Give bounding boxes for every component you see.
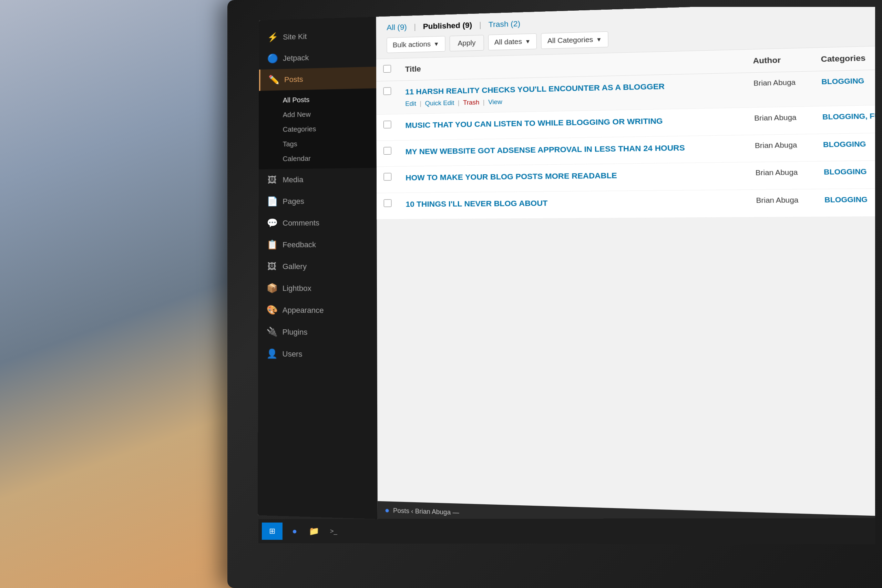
sidebar-item-lightbox-label: Lightbox bbox=[282, 284, 312, 293]
submenu-tags[interactable]: Tags bbox=[259, 135, 376, 152]
feedback-icon: 📋 bbox=[267, 239, 277, 250]
screen-content: ⚡ Site Kit 🔵 Jetpack ✏️ Posts bbox=[258, 7, 875, 536]
media-icon: 🖼 bbox=[267, 175, 278, 185]
row1-view[interactable]: View bbox=[488, 98, 502, 106]
sidebar-item-sitekit[interactable]: ⚡ Site Kit bbox=[259, 24, 376, 49]
posts-table: Title Author Categories bbox=[376, 45, 875, 219]
lightbox-icon: 📦 bbox=[267, 283, 277, 294]
add-new-label: Add New bbox=[283, 111, 311, 118]
sidebar-item-jetpack-label: Jetpack bbox=[283, 53, 309, 63]
row2-checkbox-cell bbox=[376, 114, 399, 141]
posts-submenu: All Posts Add New Categories Tags bbox=[259, 88, 376, 169]
submenu-all-posts[interactable]: All Posts bbox=[259, 91, 376, 108]
row3-categories[interactable]: BLOGGING bbox=[815, 132, 875, 161]
sidebar-item-jetpack[interactable]: 🔵 Jetpack bbox=[259, 45, 376, 70]
tags-label: Tags bbox=[283, 140, 297, 148]
sidebar-item-appearance[interactable]: 🎨 Appearance bbox=[258, 299, 377, 322]
taskbar-chrome[interactable]: ● bbox=[286, 522, 303, 540]
all-dates-label: All dates bbox=[494, 38, 522, 46]
sidebar-item-feedback[interactable]: 📋 Feedback bbox=[258, 234, 377, 256]
row1-checkbox[interactable] bbox=[384, 87, 392, 95]
row4-title[interactable]: HOW TO MAKE YOUR BLOG POSTS MORE READABL… bbox=[405, 169, 740, 184]
all-posts-label: All Posts bbox=[283, 96, 310, 104]
row5-title-cell: 10 THINGS I'LL NEVER BLOG ABOUT bbox=[399, 190, 748, 219]
submenu-calendar[interactable]: Calendar bbox=[259, 150, 376, 166]
filter-all[interactable]: All (9) bbox=[387, 23, 407, 32]
row4-title-cell: HOW TO MAKE YOUR BLOG POSTS MORE READABL… bbox=[398, 162, 748, 193]
row3-author: Brian Abuga bbox=[747, 134, 816, 162]
separator1: | bbox=[414, 22, 416, 32]
apply-button[interactable]: Apply bbox=[450, 35, 484, 51]
separator2: | bbox=[479, 20, 481, 29]
sep: | bbox=[458, 99, 460, 106]
row5-categories[interactable]: BLOGGING bbox=[816, 188, 875, 217]
row5-title[interactable]: 10 THINGS I'LL NEVER BLOG ABOUT bbox=[405, 196, 741, 210]
sidebar-item-media-label: Media bbox=[282, 175, 303, 184]
browser-tab-title: Posts ‹ Brian Abuga — bbox=[393, 507, 459, 516]
posts-icon: ✏️ bbox=[268, 74, 279, 85]
all-categories-dropdown[interactable]: All Categories ▼ bbox=[541, 32, 609, 49]
sidebar-item-gallery[interactable]: 🖼 Gallery bbox=[258, 256, 377, 278]
row5-author: Brian Abuga bbox=[748, 189, 817, 218]
filter-trash[interactable]: Trash (2) bbox=[489, 19, 520, 29]
plugins-icon: 🔌 bbox=[266, 327, 277, 338]
header-categories: Categories bbox=[813, 45, 875, 71]
sidebar-top: ⚡ Site Kit 🔵 Jetpack ✏️ Posts bbox=[258, 17, 377, 373]
row2-categories[interactable]: BLOGGING, FUN bbox=[814, 104, 875, 134]
sidebar-item-posts[interactable]: ✏️ Posts bbox=[259, 67, 376, 91]
sidebar-item-posts-label: Posts bbox=[284, 75, 303, 84]
row4-author: Brian Abuga bbox=[748, 162, 816, 190]
files-icon: 📁 bbox=[309, 526, 319, 536]
sidebar-item-media[interactable]: 🖼 Media bbox=[259, 168, 377, 191]
dropdown-arrow-icon: ▼ bbox=[434, 40, 439, 47]
row3-title[interactable]: MY NEW WEBSITE GOT ADSENSE APPROVAL IN L… bbox=[405, 142, 740, 157]
sidebar-item-lightbox[interactable]: 📦 Lightbox bbox=[258, 277, 377, 300]
taskbar-files[interactable]: 📁 bbox=[305, 522, 323, 540]
submenu-categories[interactable]: Categories bbox=[259, 120, 376, 138]
filter-published[interactable]: Published (9) bbox=[423, 21, 472, 31]
gallery-icon: 🖼 bbox=[267, 261, 277, 272]
row4-checkbox[interactable] bbox=[384, 173, 392, 180]
row1-trash[interactable]: Trash bbox=[463, 99, 479, 106]
sidebar-item-plugins[interactable]: 🔌 Plugins bbox=[258, 321, 377, 344]
sidebar-item-users-label: Users bbox=[282, 349, 302, 358]
row5-checkbox[interactable] bbox=[384, 200, 392, 207]
categories-arrow-icon: ▼ bbox=[596, 36, 602, 43]
start-icon: ⊞ bbox=[269, 526, 275, 536]
sidebar-item-pages[interactable]: 📄 Pages bbox=[258, 190, 376, 213]
row4-checkbox-cell bbox=[376, 166, 399, 193]
monitor-frame: ⚡ Site Kit 🔵 Jetpack ✏️ Posts bbox=[227, 0, 882, 588]
submenu-add-new[interactable]: Add New bbox=[259, 106, 376, 123]
all-categories-label: All Categories bbox=[548, 36, 593, 45]
wp-sidebar: ⚡ Site Kit 🔵 Jetpack ✏️ Posts bbox=[258, 17, 378, 519]
row2-checkbox[interactable] bbox=[384, 120, 392, 128]
row5-checkbox-cell bbox=[376, 193, 399, 219]
row1-edit[interactable]: Edit bbox=[405, 100, 416, 108]
header-author: Author bbox=[745, 48, 813, 73]
table-body: 11 HARSH REALITY CHECKS YOU'LL ENCOUNTER… bbox=[376, 69, 875, 219]
sidebar-item-comments[interactable]: 💬 Comments bbox=[258, 212, 376, 234]
table-wrapper: Title Author Categories bbox=[376, 45, 875, 517]
terminal-icon: >_ bbox=[330, 527, 337, 535]
taskbar-terminal[interactable]: >_ bbox=[325, 522, 342, 540]
row3-checkbox-cell bbox=[376, 140, 399, 167]
screen: ⚡ Site Kit 🔵 Jetpack ✏️ Posts bbox=[258, 7, 875, 536]
row4-categories[interactable]: BLOGGING bbox=[816, 160, 875, 189]
row1-quick-edit[interactable]: Quick Edit bbox=[425, 99, 454, 107]
start-button[interactable]: ⊞ bbox=[262, 522, 282, 540]
pages-icon: 📄 bbox=[267, 196, 277, 207]
sidebar-item-users[interactable]: 👤 Users bbox=[258, 343, 377, 366]
row3-checkbox[interactable] bbox=[384, 147, 392, 154]
all-dates-dropdown[interactable]: All dates ▼ bbox=[488, 33, 537, 50]
sidebar-item-comments-label: Comments bbox=[282, 218, 320, 228]
sitekit-icon: ⚡ bbox=[267, 32, 278, 43]
row2-title[interactable]: MUSIC THAT YOU CAN LISTEN TO WHILE BLOGG… bbox=[405, 114, 739, 131]
select-all-checkbox[interactable] bbox=[383, 65, 391, 73]
bulk-actions-dropdown[interactable]: Bulk actions ▼ bbox=[387, 36, 445, 53]
row1-categories[interactable]: BLOGGING bbox=[813, 69, 875, 106]
sidebar-item-feedback-label: Feedback bbox=[282, 240, 316, 249]
row2-author: Brian Abuga bbox=[746, 106, 815, 135]
bulk-actions-label: Bulk actions bbox=[393, 40, 431, 49]
sep: | bbox=[420, 100, 422, 107]
dates-arrow-icon: ▼ bbox=[525, 38, 531, 45]
